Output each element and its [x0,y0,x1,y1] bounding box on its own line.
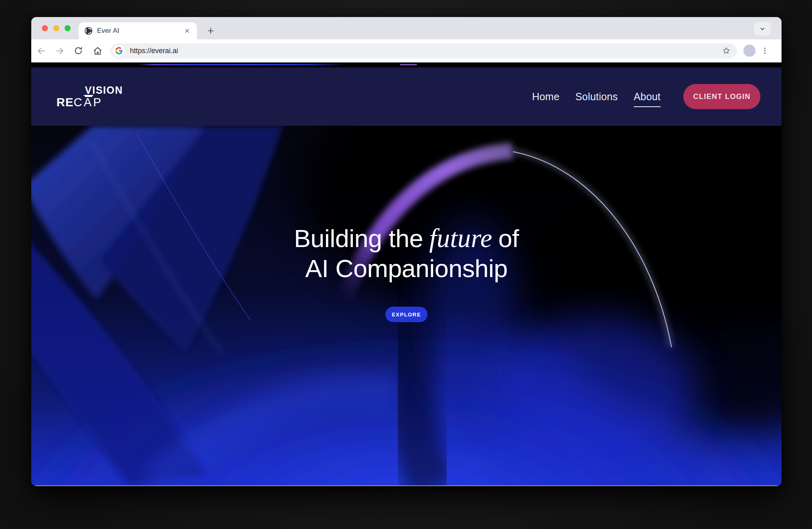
site-favicon-shutter-icon [84,27,93,35]
nav-item-solutions[interactable]: Solutions [575,91,618,103]
glow-dash-decoration [400,64,417,65]
explore-button[interactable]: EXPLORE [385,307,428,322]
site-header: VISION RECAP Home Solutions About CLIENT… [31,67,782,126]
browser-tab[interactable]: Ever AI [79,22,197,39]
webpage: VISION RECAP Home Solutions About CLIENT… [31,62,782,486]
tab-close-icon[interactable] [183,27,191,35]
browser-menu-kebab-icon[interactable] [759,45,771,57]
url-text: https://everai.ai [130,47,721,55]
client-login-button[interactable]: CLIENT LOGIN [683,84,760,109]
zoom-window-button[interactable] [65,25,71,31]
headline-emphasis: future [429,223,492,253]
hero-background-art [31,126,782,486]
main-nav: Home Solutions About [532,91,661,103]
close-window-button[interactable] [42,25,48,31]
logo-recap-text: RECAP [56,96,123,109]
address-bar[interactable]: https://everai.ai [110,43,737,58]
page-top-strip [31,62,782,67]
minimize-window-button[interactable] [53,25,59,31]
hero-headline: Building thefutureof AI Companionship [31,223,782,284]
nav-item-home[interactable]: Home [532,91,560,103]
nav-item-about[interactable]: About [634,91,661,103]
headline-suffix: of [498,224,519,252]
bookmark-star-icon[interactable] [721,46,731,56]
browser-window: Ever AI [31,17,782,486]
forward-button-icon[interactable] [52,43,67,58]
site-logo[interactable]: VISION RECAP [56,85,123,109]
new-tab-button[interactable] [204,24,218,38]
google-g-icon [113,45,125,57]
home-button-icon[interactable] [90,43,105,58]
desktop-background: Ever AI [0,0,812,529]
glow-line-decoration [138,64,344,65]
back-button-icon[interactable] [34,43,48,58]
headline-pre: Building the [294,224,423,252]
logo-vision-text: VISION [85,85,123,95]
browser-toolbar: https://everai.ai [31,39,782,62]
headline-line2: AI Companionship [305,254,508,282]
hero-copy: Building thefutureof AI Companionship [31,223,782,284]
profile-avatar[interactable] [743,45,756,57]
tab-title: Ever AI [97,27,183,35]
reload-button-icon[interactable] [71,43,86,58]
window-controls [42,17,71,39]
hero-section: Building thefutureof AI Companionship EX… [31,126,782,486]
tab-search-chevron-button[interactable] [754,22,771,36]
tab-strip: Ever AI [31,17,782,39]
